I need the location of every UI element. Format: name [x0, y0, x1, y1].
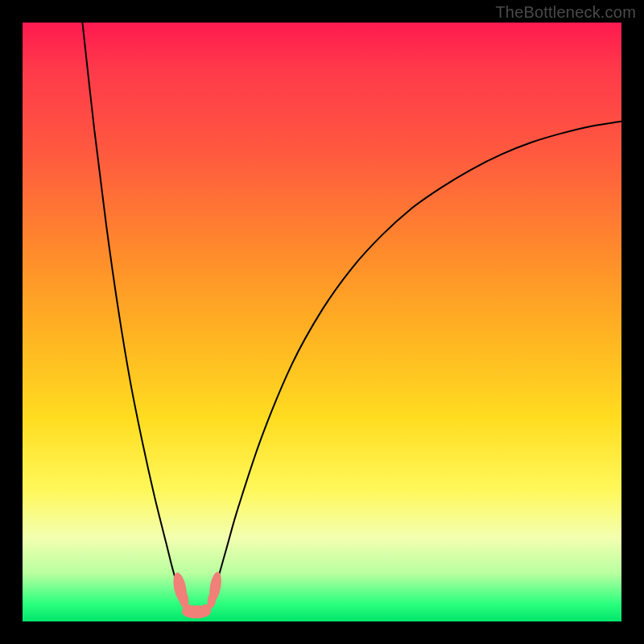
curve-layer [23, 23, 621, 621]
valley-marker [200, 604, 211, 616]
valley-marker [183, 604, 193, 616]
plot-area [23, 23, 621, 621]
watermark-text: TheBottleneck.com [495, 3, 636, 22]
bottleneck-curve [82, 23, 621, 611]
chart-frame: TheBottleneck.com [0, 0, 644, 644]
